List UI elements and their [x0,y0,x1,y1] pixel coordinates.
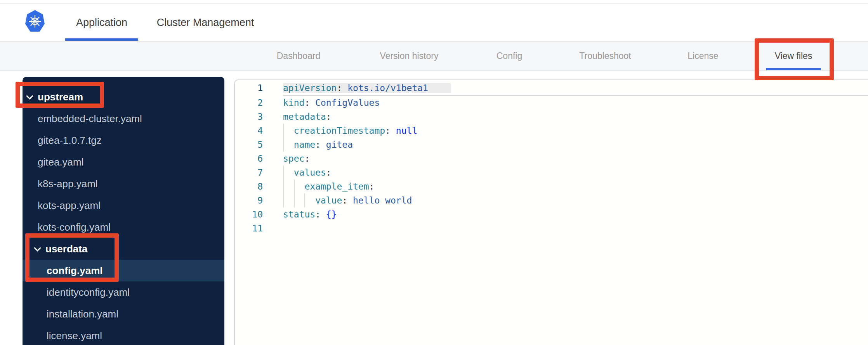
tree-item-label: kots-config.yaml [38,221,111,233]
tree-file-gitea-yaml[interactable]: gitea.yaml [23,151,224,173]
token-key: kind [283,98,304,108]
helm-wheel-icon [27,14,43,29]
code-line-11: 11 [235,221,868,235]
code-text: kind: ConfigValues [283,98,380,108]
tree-file-embedded-cluster-yaml[interactable]: embedded-cluster.yaml [23,108,224,129]
indent-guide [294,179,305,193]
code-line-4: 4creationTimestamp: null [235,124,868,138]
code-line-content[interactable]: name: gitea [283,138,868,152]
subnav-tab-dashboard[interactable]: Dashboard [277,41,321,71]
code-text: example_item: [304,181,374,191]
code-text: values: [294,167,332,178]
code-line-7: 7values: [235,166,868,179]
code-text: creationTimestamp: null [294,126,418,136]
tree-folder-userdata[interactable]: userdata [23,238,224,260]
token-colon: : [315,209,326,219]
code-line-content[interactable]: creationTimestamp: null [283,124,868,138]
code-line-content[interactable]: values: [283,166,868,179]
tree-file-license-yaml[interactable]: license.yaml [23,325,224,345]
code-text: status: {} [283,209,337,219]
tree-item-label: installation.yaml [47,308,118,320]
tree-item-label: gitea.yaml [38,156,84,168]
tree-file-gitea-1-0-7-tgz[interactable]: gitea-1.0.7.tgz [23,129,224,151]
subnav-tab-config[interactable]: Config [496,41,522,71]
tree-file-kots-app-yaml[interactable]: kots-app.yaml [23,195,224,216]
code-line-content[interactable]: metadata: [283,110,868,124]
tree-file-identityconfig-yaml[interactable]: identityconfig.yaml [23,281,224,303]
subnav-tab-license[interactable]: License [687,41,718,71]
tree-item-label: embedded-cluster.yaml [38,113,142,125]
indent-guide [283,193,294,207]
code-line-8: 8example_item: [235,179,868,193]
line-number: 1 [235,81,263,96]
code-line-content[interactable]: status: {} [283,207,868,221]
code-line-content[interactable]: value: hello world [283,193,868,207]
token-colon: : [326,167,332,178]
token-colon: : [304,98,315,108]
code-line-10: 10status: {} [235,207,868,221]
line-number: 4 [235,124,263,138]
line-number: 9 [235,193,263,207]
code-line-content[interactable]: kind: ConfigValues [283,96,868,110]
code-line-content[interactable]: example_item: [283,179,868,193]
topbar-tab-cluster-management[interactable]: Cluster Management [157,4,254,41]
line-number: 3 [235,110,263,124]
subnav-tab-view-files[interactable]: View files [775,41,812,71]
tree-item-label: upstream [38,91,83,103]
tab-label: Troubleshoot [579,51,631,61]
code-text: name: gitea [294,140,353,150]
subnav-tab-version-history[interactable]: Version history [380,41,439,71]
line-number: 2 [235,96,263,110]
code-line-2: 2kind: ConfigValues [235,96,868,110]
token-key: status [283,209,315,219]
token-val: kots.io/v1beta1 [347,83,428,93]
code-line-1: 1apiVersion: kots.io/v1beta1 [235,81,868,96]
token-key: creationTimestamp [294,126,385,136]
tree-file-kots-config-yaml[interactable]: kots-config.yaml [23,216,224,238]
token-val: hello world [353,195,412,205]
code-line-9: 9value: hello world [235,193,868,207]
token-colon: : [304,154,310,164]
chevron-down-icon [26,92,33,99]
tab-label: Version history [380,51,439,61]
chevron-down-icon [34,244,41,251]
tree-item-label: userdata [45,243,87,255]
tree-file-config-yaml[interactable]: config.yaml [23,260,224,281]
token-colon: : [369,181,375,191]
tree-item-label: identityconfig.yaml [47,286,130,298]
kubernetes-logo[interactable] [25,10,45,33]
token-key: name [294,140,315,150]
code-text: apiVersion: kots.io/v1beta1 [283,83,451,93]
indent-guide [283,166,294,179]
tree-item-label: config.yaml [47,265,102,277]
code-text: value: hello world [315,195,412,205]
subnav-tab-troubleshoot[interactable]: Troubleshoot [579,41,631,71]
indent-guide [283,124,294,138]
line-number: 5 [235,138,263,152]
topbar-tab-application[interactable]: Application [76,4,127,41]
active-tab-indicator [766,68,821,70]
tree-file-k8s-app-yaml[interactable]: k8s-app.yaml [23,173,224,195]
file-editor[interactable]: 1apiVersion: kots.io/v1beta12kind: Confi… [234,79,868,345]
token-brace: {} [326,209,337,219]
tree-item-label: kots-app.yaml [38,200,101,212]
tree-file-installation-yaml[interactable]: installation.yaml [23,303,224,325]
line-number: 10 [235,207,263,221]
token-colon: : [342,195,353,205]
code-line-5: 5name: gitea [235,138,868,152]
line-number: 11 [235,221,263,235]
tab-label: Cluster Management [157,17,254,29]
token-key: apiVersion [283,83,337,93]
tree-folder-upstream[interactable]: upstream [23,86,224,108]
top-navbar: ApplicationCluster Management [0,4,868,41]
tab-label: Dashboard [277,51,321,61]
code-line-content[interactable]: spec: [283,152,868,166]
code-line-content[interactable]: apiVersion: kots.io/v1beta1 [283,81,868,96]
token-colon: : [326,112,332,122]
code-text: spec: [283,154,310,164]
token-colon: : [337,83,347,93]
code-line-content[interactable] [283,221,868,235]
token-key: values [294,167,326,178]
code-line-6: 6spec: [235,152,868,166]
tab-label: Application [76,17,127,29]
